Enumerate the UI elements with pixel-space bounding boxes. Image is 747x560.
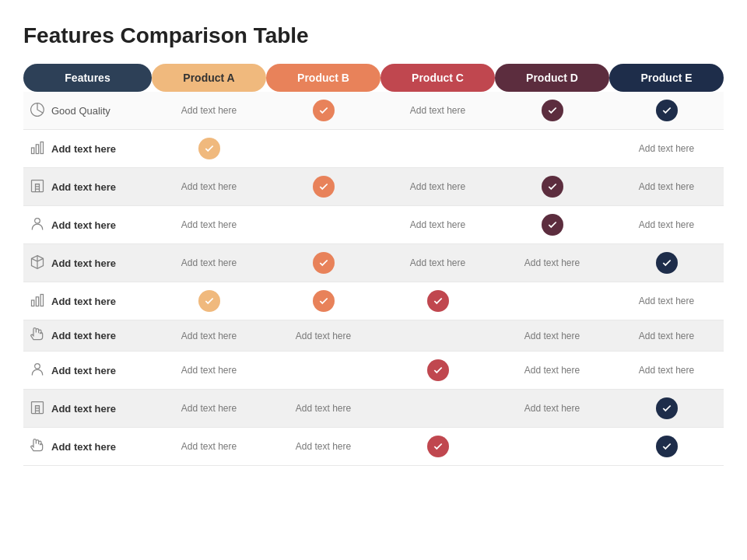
table-cell xyxy=(381,130,495,168)
person-icon xyxy=(30,362,45,380)
table-cell: Add text here xyxy=(381,168,495,206)
table-row: Add text here Add text here Add text her… xyxy=(23,428,724,466)
table-row: Add text here Add text here xyxy=(23,130,724,168)
table-row: Add text here Add text here xyxy=(23,282,724,320)
table-cell xyxy=(266,244,381,282)
svg-rect-5 xyxy=(32,300,34,306)
table-cell: Add text here xyxy=(152,390,266,428)
table-cell xyxy=(152,130,266,168)
header-features: Features xyxy=(23,64,152,92)
table-cell xyxy=(266,168,381,206)
table-cell xyxy=(266,92,381,130)
header-product-c: Product C xyxy=(381,64,495,92)
bar-chart-icon xyxy=(30,292,45,310)
svg-rect-2 xyxy=(40,142,43,153)
table-cell xyxy=(266,130,381,168)
table-cell xyxy=(495,168,609,206)
table-cell xyxy=(609,244,724,282)
table-cell xyxy=(495,428,609,466)
building-icon xyxy=(30,400,45,418)
person-icon xyxy=(30,216,45,234)
table-cell: Add text here xyxy=(495,390,609,428)
table-cell: Add text here xyxy=(609,352,724,390)
table-cell: Add text here xyxy=(152,352,266,390)
table-cell: Add text here xyxy=(152,168,266,206)
table-cell xyxy=(381,352,495,390)
table-row: Add text here Add text here Add text her… xyxy=(23,320,724,352)
header-product-a: Product A xyxy=(152,64,266,92)
svg-rect-6 xyxy=(36,296,38,306)
feature-label-cell: Add text here xyxy=(23,352,152,390)
table-cell xyxy=(381,320,495,352)
pie-chart-icon xyxy=(30,102,45,120)
table-row: Add text here Add text here Add text her… xyxy=(23,206,724,244)
header-product-b: Product B xyxy=(266,64,381,92)
table-cell xyxy=(266,206,381,244)
feature-label-cell: Good Quality xyxy=(23,92,152,130)
table-row: Add text here Add text here Add text her… xyxy=(23,390,724,428)
table-cell: Add text here xyxy=(266,390,381,428)
header-product-d: Product D xyxy=(495,64,609,92)
table-cell: Add text here xyxy=(381,206,495,244)
table-cell: Add text here xyxy=(381,244,495,282)
table-cell: Add text here xyxy=(266,428,381,466)
table-cell: Add text here xyxy=(152,92,266,130)
table-cell xyxy=(609,92,724,130)
table-cell xyxy=(609,390,724,428)
feature-label-cell: Add text here xyxy=(23,168,152,206)
table-cell: Add text here xyxy=(152,206,266,244)
table-cell xyxy=(381,282,495,320)
table-cell: Add text here xyxy=(495,244,609,282)
feature-label-cell: Add text here xyxy=(23,206,152,244)
svg-point-8 xyxy=(35,363,40,369)
svg-rect-7 xyxy=(40,294,43,306)
building-icon xyxy=(30,178,45,196)
feature-label-cell: Add text here xyxy=(23,130,152,168)
feature-label-cell: Add text here xyxy=(23,244,152,282)
header-product-e: Product E xyxy=(609,64,724,92)
svg-rect-9 xyxy=(32,401,44,413)
table-cell: Add text here xyxy=(609,282,724,320)
svg-point-4 xyxy=(35,218,40,223)
table-cell: Add text here xyxy=(495,352,609,390)
svg-rect-1 xyxy=(36,144,38,153)
table-cell xyxy=(381,428,495,466)
table-cell xyxy=(495,206,609,244)
table-cell: Add text here xyxy=(381,92,495,130)
table-cell: Add text here xyxy=(609,168,724,206)
feature-label-cell: Add text here xyxy=(23,320,152,352)
hand-icon xyxy=(30,438,45,456)
feature-label-cell: Add text here xyxy=(23,428,152,466)
table-row: Add text here Add text here Add text her… xyxy=(23,168,724,206)
table-cell: Add text here xyxy=(609,320,724,352)
table-cell: Add text here xyxy=(266,320,381,352)
table-cell xyxy=(609,428,724,466)
bar-chart-icon xyxy=(30,140,45,158)
table-cell: Add text here xyxy=(152,244,266,282)
feature-label-cell: Add text here xyxy=(23,282,152,320)
hand-icon xyxy=(30,327,45,345)
feature-label-cell: Add text here xyxy=(23,390,152,428)
table-cell xyxy=(266,282,381,320)
table-cell: Add text here xyxy=(495,320,609,352)
table-row: Add text here Add text here Add text her… xyxy=(23,244,724,282)
svg-rect-0 xyxy=(32,148,34,154)
table-cell xyxy=(152,282,266,320)
table-cell xyxy=(495,130,609,168)
comparison-table: Features Product A Product B Product C P… xyxy=(23,64,724,466)
table-row: Good Quality Add text here Add text here xyxy=(23,92,724,130)
table-cell: Add text here xyxy=(152,428,266,466)
table-cell: Add text here xyxy=(609,130,724,168)
page-title: Features Comparison Table xyxy=(23,23,724,48)
table-cell: Add text here xyxy=(152,320,266,352)
table-cell xyxy=(381,390,495,428)
table-cell xyxy=(266,352,381,390)
table-cell xyxy=(495,92,609,130)
table-cell: Add text here xyxy=(609,206,724,244)
box-icon xyxy=(30,254,45,272)
table-cell xyxy=(495,282,609,320)
table-row: Add text here Add text here Add text her… xyxy=(23,352,724,390)
svg-rect-3 xyxy=(32,180,44,191)
